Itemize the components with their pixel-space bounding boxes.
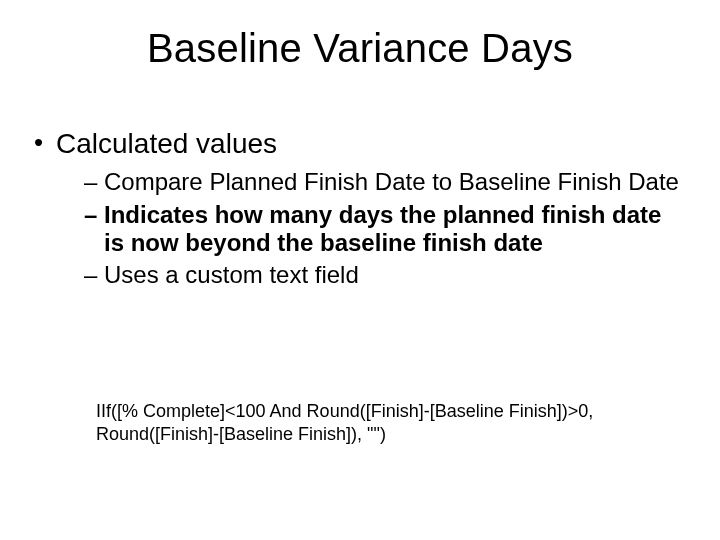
- bullet-level2-item: Uses a custom text field: [84, 261, 686, 289]
- slide: Baseline Variance Days Calculated values…: [0, 0, 720, 540]
- slide-body: Calculated values Compare Planned Finish…: [34, 128, 686, 293]
- bullet-level1: Calculated values: [34, 128, 686, 160]
- bullet-level2-item: Compare Planned Finish Date to Baseline …: [84, 168, 686, 196]
- bullet-level2-group: Compare Planned Finish Date to Baseline …: [34, 168, 686, 289]
- bullet-level2-item-bold: Indicates how many days the planned fini…: [84, 201, 686, 258]
- slide-title: Baseline Variance Days: [0, 26, 720, 71]
- formula-text: IIf([% Complete]<100 And Round([Finish]-…: [96, 400, 660, 445]
